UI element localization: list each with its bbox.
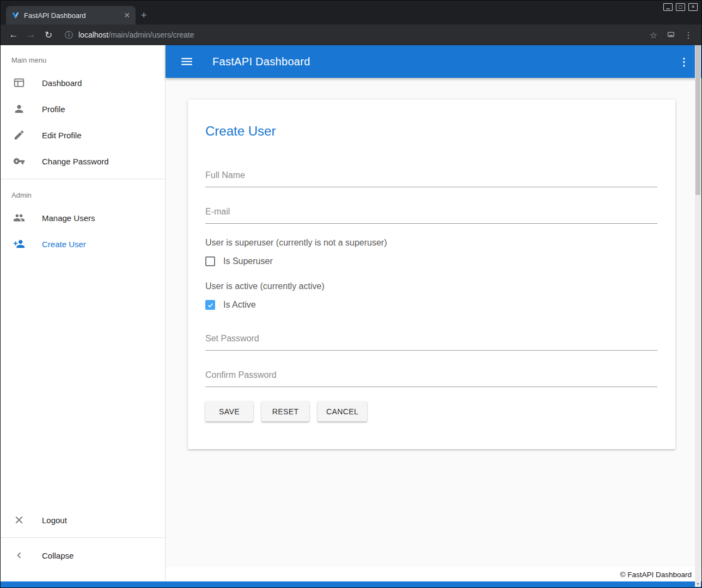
sidebar-item-logout[interactable]: Logout — [1, 507, 165, 533]
confirm-password-input[interactable] — [205, 365, 657, 387]
sidebar: Main menu Dashboard Profile — [1, 45, 166, 581]
sidebar-item-manage-users[interactable]: Manage Users — [1, 205, 165, 231]
reset-button[interactable]: RESET — [261, 401, 309, 421]
url-host: localhost — [78, 30, 108, 39]
appbar-menu-kebab-icon[interactable]: ⋮ — [676, 56, 692, 68]
vertical-scrollbar[interactable]: ▼ — [695, 45, 701, 587]
tab-title: FastAPI Dashboard — [24, 11, 118, 20]
cancel-button[interactable]: CANCEL — [318, 401, 367, 421]
sidebar-item-profile[interactable]: Profile — [1, 96, 165, 122]
create-user-card: Create User User is superuser (currently… — [188, 100, 675, 449]
save-button[interactable]: SAVE — [205, 401, 253, 421]
window-controls: ▁ ▢ ✕ — [663, 3, 698, 11]
footer-accent-bar — [1, 581, 701, 587]
footer: © FastAPI Dashboard — [166, 567, 701, 581]
appbar-title: FastAPI Dashboard — [212, 56, 310, 68]
close-window-button[interactable]: ✕ — [688, 3, 698, 11]
sidebar-item-label: Logout — [42, 516, 67, 525]
sidebar-item-label: Edit Profile — [42, 131, 82, 140]
superuser-hint: User is superuser (currently is not a su… — [205, 238, 657, 248]
page-title: Create User — [205, 124, 657, 139]
hamburger-menu-icon[interactable] — [180, 54, 194, 69]
chevron-left-icon — [13, 549, 26, 562]
sidebar-item-dashboard[interactable]: Dashboard — [1, 70, 165, 96]
url-path: /main/admin/users/create — [108, 30, 194, 39]
sidebar-item-label: Change Password — [42, 157, 109, 166]
main-area: FastAPI Dashboard ⋮ Create User User is … — [166, 45, 701, 581]
person-add-icon — [13, 237, 26, 250]
tab-strip: FastAPI Dashboard ✕ + ▁ ▢ ✕ — [1, 1, 701, 24]
checkbox-label: Is Superuser — [223, 256, 273, 266]
url-text: localhost/main/admin/users/create — [78, 30, 194, 39]
sidebar-divider — [1, 537, 165, 538]
sidebar-item-create-user[interactable]: Create User — [1, 231, 165, 257]
checkbox-label: Is Active — [223, 300, 256, 310]
people-icon — [13, 211, 26, 224]
new-tab-button[interactable]: + — [136, 6, 152, 24]
sidebar-item-change-password[interactable]: Change Password — [1, 148, 165, 174]
address-bar[interactable]: ⓘ localhost/main/admin/users/create — [58, 27, 644, 42]
sidebar-item-label: Collapse — [42, 551, 74, 560]
person-icon — [13, 102, 26, 115]
minimize-button[interactable]: ▁ — [663, 3, 673, 11]
browser-menu-kebab-icon[interactable]: ⋮ — [681, 27, 696, 42]
is-active-checkbox[interactable]: Is Active — [205, 300, 657, 310]
browser-toolbar: ← → ↻ ⓘ localhost/main/admin/users/creat… — [1, 24, 701, 45]
dashboard-icon — [13, 76, 26, 89]
key-icon — [13, 155, 26, 168]
sidebar-section-main-menu: Main menu — [1, 48, 165, 70]
sidebar-item-label: Manage Users — [42, 213, 95, 223]
browser-tab[interactable]: FastAPI Dashboard ✕ — [6, 6, 136, 24]
sidebar-item-label: Profile — [42, 105, 65, 114]
email-field — [205, 201, 657, 224]
copyright-text: © FastAPI Dashboard — [620, 571, 692, 579]
scrollbar-thumb[interactable] — [695, 45, 700, 195]
set-password-field — [205, 328, 657, 351]
full-name-input[interactable] — [205, 165, 657, 187]
app-bar: FastAPI Dashboard ⋮ — [166, 45, 701, 78]
forward-icon[interactable]: → — [23, 27, 39, 42]
reload-icon[interactable]: ↻ — [41, 27, 56, 42]
form-actions: SAVE RESET CANCEL — [205, 401, 657, 421]
checkbox-unchecked-icon — [205, 256, 215, 266]
tab-close-icon[interactable]: ✕ — [123, 11, 131, 20]
active-hint: User is active (currently active) — [205, 281, 657, 291]
vuetify-favicon-icon — [11, 11, 20, 20]
sidebar-item-collapse[interactable]: Collapse — [1, 542, 165, 568]
extensions-icon[interactable] — [663, 27, 679, 42]
close-icon — [13, 513, 26, 526]
back-icon[interactable]: ← — [6, 27, 21, 42]
confirm-password-field — [205, 365, 657, 387]
content: Create User User is superuser (currently… — [166, 78, 701, 567]
maximize-button[interactable]: ▢ — [676, 3, 685, 11]
email-input[interactable] — [205, 201, 657, 224]
sidebar-item-edit-profile[interactable]: Edit Profile — [1, 122, 165, 148]
sidebar-item-label: Create User — [42, 240, 86, 249]
full-name-field — [205, 165, 657, 187]
checkbox-checked-icon — [205, 300, 215, 310]
scrollbar-down-arrow-icon[interactable]: ▼ — [695, 580, 701, 587]
bookmark-star-icon[interactable]: ☆ — [646, 27, 661, 42]
pencil-icon — [13, 128, 26, 142]
set-password-input[interactable] — [205, 328, 657, 351]
sidebar-section-admin: Admin — [1, 183, 165, 205]
sidebar-item-label: Dashboard — [42, 78, 82, 88]
page-info-icon[interactable]: ⓘ — [65, 30, 73, 40]
sidebar-divider — [1, 179, 165, 179]
page: Main menu Dashboard Profile — [1, 45, 701, 581]
is-superuser-checkbox[interactable]: Is Superuser — [205, 256, 657, 266]
browser-window: FastAPI Dashboard ✕ + ▁ ▢ ✕ ← → ↻ ⓘ loca… — [0, 0, 702, 588]
